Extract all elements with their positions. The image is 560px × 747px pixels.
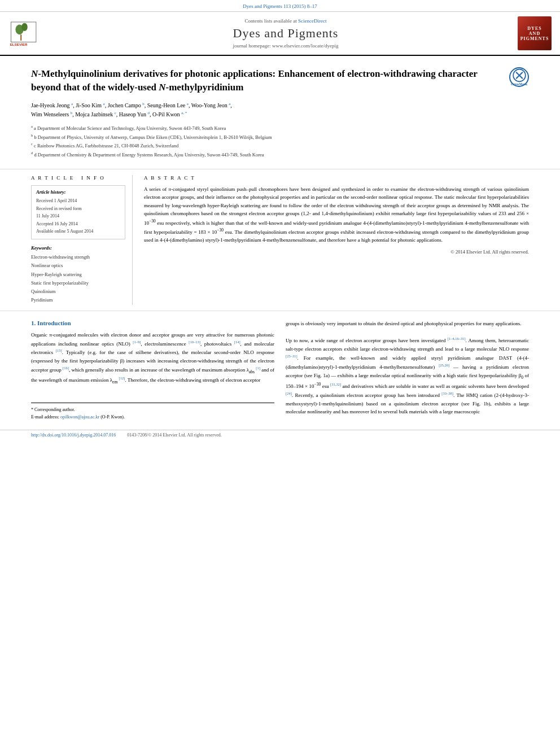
- affiliation-c: c c Rainbow Photonics AG, Farbhofstrasse…: [31, 141, 504, 150]
- abstract-col: A B S T R A C T A series of π-conjugated…: [144, 175, 529, 305]
- journal-header: ELSEVIER Contents lists available at Sci…: [0, 12, 560, 56]
- intro-text-col1: Organic π-conjugated molecules with elec…: [31, 331, 274, 386]
- keyword-5: Quinolinium: [31, 287, 125, 296]
- authors: Jae-Hyeok Jeong a, Ji-Soo Kim a, Jochen …: [31, 101, 504, 120]
- keyword-4: Static first hyperpolarizability: [31, 279, 125, 287]
- crossmark-icon: [511, 68, 528, 82]
- section-title-intro: 1. Introduction: [31, 320, 274, 326]
- affiliation-d: d d Department of Chemistry & Department…: [31, 150, 504, 159]
- article-history-label: Article history:: [36, 189, 120, 195]
- top-bar: Dyes and Pigments 113 (2015) 8–17: [0, 0, 560, 12]
- page-wrapper: Dyes and Pigments 113 (2015) 8–17 ELSEVI…: [0, 0, 560, 440]
- article-title: N-Methylquinolinium derivatives for phot…: [31, 67, 504, 94]
- logo-line3: pigments: [520, 36, 549, 41]
- header-left: ELSEVIER: [6, 16, 56, 50]
- article-history-box: Article history: Received 1 April 2014 R…: [31, 185, 125, 239]
- copyright-line: © 2014 Elsevier Ltd. All rights reserved…: [144, 249, 529, 255]
- svg-text:ELSEVIER: ELSEVIER: [10, 42, 28, 46]
- elsevier-logo: ELSEVIER: [8, 19, 54, 47]
- keyword-3: Hyper-Rayleigh scattering: [31, 270, 125, 279]
- article-dates: Received 1 April 2014 Received in revise…: [36, 197, 120, 235]
- article-info-heading: A R T I C L E I N F O: [31, 175, 125, 181]
- logo-line1: dyes: [527, 26, 541, 31]
- journal-volume-text: Dyes and Pigments 113 (2015) 8–17: [243, 3, 317, 9]
- crossmark-badge: CrossMark: [509, 67, 529, 87]
- journal-title: Dyes and Pigments: [233, 26, 339, 41]
- body-col-right: groups is obviously very important to ob…: [286, 320, 529, 421]
- header-center: Contents lists available at ScienceDirec…: [62, 16, 509, 50]
- journal-homepage: journal homepage: www.elsevier.com/locat…: [233, 43, 339, 49]
- keyword-2: Nonlinear optics: [31, 261, 125, 270]
- revised-label: Received in revised form: [36, 205, 120, 213]
- intro-text-col2: groups is obviously very important to ob…: [286, 320, 529, 417]
- crossmark-label: CrossMark: [511, 82, 527, 86]
- available-date: Available online 5 August 2014: [36, 228, 120, 235]
- received-date: Received 1 April 2014: [36, 197, 120, 205]
- keyword-1: Electron-withdrawing strength: [31, 253, 125, 261]
- affiliations: a a Department of Molecular Science and …: [31, 124, 504, 159]
- homepage-text: journal homepage: www.elsevier.com/locat…: [233, 43, 339, 49]
- affiliation-a: a a Department of Molecular Science and …: [31, 124, 504, 132]
- two-col-section: A R T I C L E I N F O Article history: R…: [0, 169, 560, 311]
- logo-line2: and: [529, 31, 540, 36]
- crossmark-area: CrossMark: [509, 67, 529, 87]
- revised-date: 11 July 2014: [36, 212, 120, 220]
- email-note: E-mail address: opilkwon@ajou.ac.kr (O-P…: [31, 414, 274, 421]
- sciencedirect-link[interactable]: ScienceDirect: [298, 18, 326, 24]
- accepted-date: Accepted 16 July 2014: [36, 220, 120, 228]
- header-right: dyes and pigments: [515, 16, 554, 50]
- affiliation-b: b b Department of Physics, University of…: [31, 133, 504, 141]
- abstract-text: A series of π-conjugated styryl quinolin…: [144, 185, 529, 244]
- issn-text: 0143-7208/© 2014 Elsevier Ltd. All right…: [127, 433, 221, 438]
- article-section: N-Methylquinolinium derivatives for phot…: [0, 56, 560, 169]
- abstract-heading: A B S T R A C T: [144, 175, 529, 181]
- footer-bar: http://dx.doi.org/10.1016/j.dyepig.2014.…: [0, 430, 560, 440]
- corresponding-author-note: * Corresponding author.: [31, 407, 274, 414]
- sciencedirect-notice: Contents lists available at ScienceDirec…: [245, 18, 327, 24]
- svg-point-2: [21, 23, 28, 31]
- doi-link[interactable]: http://dx.doi.org/10.1016/j.dyepig.2014.…: [31, 433, 116, 438]
- journal-logo-box: dyes and pigments: [518, 16, 552, 50]
- article-info-col: A R T I C L E I N F O Article history: R…: [31, 175, 133, 305]
- keywords-label: Keywords:: [31, 245, 125, 251]
- keywords-section: Keywords: Electron-withdrawing strength …: [31, 245, 125, 305]
- author-email[interactable]: opilkwon@ajou.ac.kr: [60, 414, 99, 420]
- body-col-left: 1. Introduction Organic π-conjugated mol…: [31, 320, 274, 421]
- contents-available-text: Contents lists available at: [245, 18, 298, 24]
- body-content: 1. Introduction Organic π-conjugated mol…: [0, 311, 560, 430]
- keyword-6: Pyridinium: [31, 296, 125, 304]
- footnote-area: * Corresponding author. E-mail address: …: [31, 403, 274, 421]
